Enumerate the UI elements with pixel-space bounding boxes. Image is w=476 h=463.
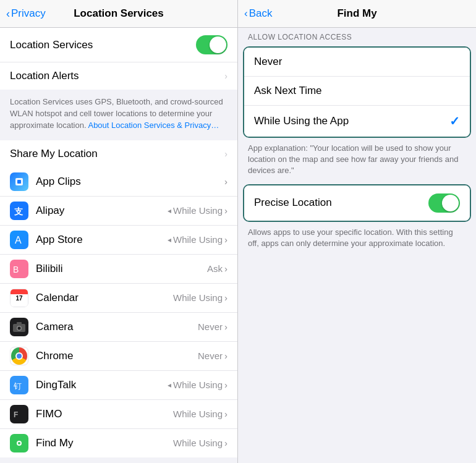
chevron-right-icon: › [224,438,227,448]
share-my-location-label: Share My Location [10,148,224,160]
allow-location-group: Never Ask Next Time While Using the App … [243,46,471,138]
chevron-right-icon: › [224,205,227,216]
location-info-block: Location Services uses GPS, Bluetooth, a… [0,90,237,140]
svg-text:钉: 钉 [13,381,22,391]
dingtalk-icon: 钉 [10,376,28,394]
location-arrow-icon: ◂ [168,236,171,244]
precise-location-item[interactable]: Precise Location [244,185,470,221]
while-using-label: While Using the App [254,115,449,127]
appstore-icon: A [10,231,28,249]
about-location-link[interactable]: About Location Services & Privacy… [88,121,219,130]
list-item[interactable]: A App Store ◂ While Using › [0,226,237,255]
app-list: App Clips › 支 Alipay ◂ While Using › [0,168,237,457]
svg-text:F: F [14,410,18,419]
never-label: Never [254,56,460,68]
location-alerts-label: Location Alerts [10,70,224,82]
chevron-right-icon: › [224,263,227,274]
location-services-toggle[interactable] [196,35,227,54]
share-my-location-item[interactable]: Share My Location › [0,140,237,168]
right-nav-title: Find My [337,7,376,20]
calendar-icon: 17 [10,289,28,307]
ask-next-time-option[interactable]: Ask Next Time [244,77,470,106]
alipay-status: ◂ While Using › [168,205,227,216]
left-nav-title: Location Services [74,7,164,20]
list-item[interactable]: 支 Alipay ◂ While Using › [0,197,237,226]
camera-name: Camera [36,321,198,333]
chrome-status: Never › [198,350,227,361]
precise-location-label: Precise Location [254,197,428,209]
svg-point-13 [18,442,20,444]
list-item[interactable]: Camera Never › [0,313,237,342]
chevron-right-icon: › [224,234,227,245]
share-location-group: Share My Location › [0,140,237,168]
location-services-label: Location Services [10,39,196,51]
chrome-icon [10,347,28,365]
alipay-name: Alipay [36,205,168,217]
location-arrow-icon: ◂ [168,381,171,389]
left-nav-bar: ‹ Privacy Location Services [0,0,237,28]
back-chevron-icon: ‹ [244,7,248,20]
appclips-name: App Clips [36,176,224,188]
list-item[interactable]: F FIMO While Using › [0,400,237,429]
calendar-status: While Using › [173,292,227,303]
back-label: Back [249,7,273,20]
chevron-right-icon: › [224,321,227,332]
chevron-right-icon: › [224,350,227,361]
left-panel: ‹ Privacy Location Services Location Ser… [0,0,238,463]
top-settings-group: Location Services Location Alerts › [0,28,237,90]
bilibili-status: Ask › [207,263,227,274]
app-explanation: App explanation: "Your location will be … [238,138,476,184]
location-info-text: Location Services uses GPS, Bluetooth, a… [10,97,223,130]
chevron-right-icon: › [224,292,227,303]
appclips-status: › [224,176,227,187]
back-button[interactable]: ‹ Back [244,7,272,20]
location-alerts-arrow: › [224,71,227,81]
fimo-icon: F [10,405,28,423]
location-services-item[interactable]: Location Services [0,28,237,62]
svg-rect-6 [17,322,22,325]
list-item[interactable]: Chrome Never › [0,342,237,371]
svg-rect-1 [17,180,21,184]
chevron-right-icon: › [224,409,227,419]
dingtalk-name: DingTalk [36,379,168,391]
list-item[interactable]: 17 Calendar While Using › [0,284,237,313]
appclips-icon [10,172,28,191]
location-alerts-item[interactable]: Location Alerts › [0,62,237,90]
alipay-icon: 支 [10,202,28,220]
bilibili-icon: B [10,260,28,278]
svg-point-8 [18,326,21,329]
precise-location-group: Precise Location [243,184,471,222]
findmy-name: Find My [36,437,173,449]
fimo-name: FIMO [36,408,173,420]
right-panel: ‹ Back Find My ALLOW LOCATION ACCESS Nev… [238,0,476,463]
camera-status: Never › [198,321,227,332]
chrome-name: Chrome [36,350,198,362]
never-option[interactable]: Never [244,48,470,77]
findmy-icon [10,434,28,452]
list-item[interactable]: B Bilibili Ask › [0,255,237,284]
precise-location-toggle[interactable] [428,193,460,213]
while-using-option[interactable]: While Using the App ✓ [244,106,470,137]
fimo-status: While Using › [173,409,227,419]
checkmark-icon: ✓ [449,114,460,129]
appstore-name: App Store [36,234,168,246]
svg-text:支: 支 [14,206,23,216]
right-nav-bar: ‹ Back Find My [238,0,476,28]
list-item[interactable]: 钉 DingTalk ◂ While Using › [0,371,237,400]
list-item[interactable]: Find My While Using › [0,429,237,457]
findmy-status: While Using › [173,438,227,448]
location-arrow-icon: ◂ [168,206,171,215]
appstore-status: ◂ While Using › [168,234,227,245]
ask-next-time-label: Ask Next Time [254,85,460,97]
camera-icon [10,318,28,336]
chevron-right-icon: › [224,380,227,390]
chevron-right-icon: › [224,176,227,187]
bilibili-name: Bilibili [36,263,207,275]
chevron-right-icon: › [224,149,227,159]
privacy-back-button[interactable]: ‹ Privacy [6,7,46,20]
precise-location-desc: Allows apps to use your specific locatio… [238,222,476,257]
list-item[interactable]: App Clips › [0,168,237,197]
svg-text:A: A [15,235,22,245]
svg-text:B: B [13,265,19,274]
chevron-right-icon: › [224,71,227,81]
